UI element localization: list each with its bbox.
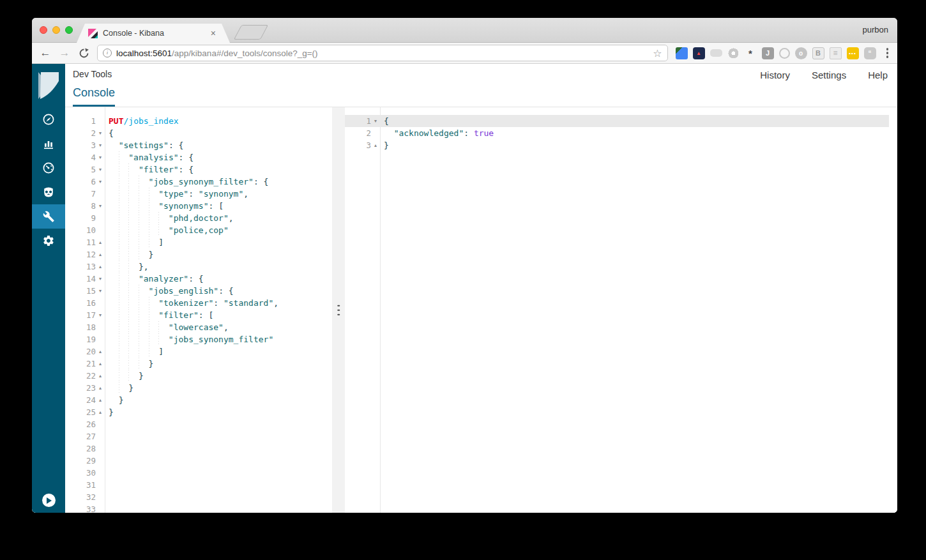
code-content[interactable]: [105, 418, 332, 430]
minimize-window-button[interactable]: [52, 26, 60, 34]
kibana-logo[interactable]: [32, 64, 65, 107]
code-content[interactable]: [105, 503, 332, 513]
code-content[interactable]: }: [105, 382, 332, 394]
sidebar-item-management[interactable]: [32, 229, 65, 253]
sidebar-item-visualize[interactable]: [32, 132, 65, 156]
code-content[interactable]: "police,cop": [105, 224, 332, 236]
fold-toggle-icon[interactable]: ▴: [96, 385, 105, 391]
code-content[interactable]: "lowercase",: [105, 321, 332, 333]
request-editor[interactable]: 1PUT /jobs_index2▾{3▾"settings": {4▾"ana…: [65, 107, 332, 513]
code-line[interactable]: 33: [65, 503, 332, 513]
code-content[interactable]: [105, 430, 332, 443]
code-line[interactable]: 16"tokenizer": "standard",: [65, 297, 332, 309]
fold-toggle-icon[interactable]: ▴: [96, 397, 105, 403]
close-window-button[interactable]: [40, 26, 47, 34]
header-link-settings[interactable]: Settings: [812, 70, 846, 80]
browser-tab[interactable]: Console - Kibana ×: [77, 24, 230, 43]
sidebar-collapse-button[interactable]: [42, 494, 56, 507]
code-content[interactable]: {: [105, 127, 332, 139]
reload-button[interactable]: [75, 45, 92, 61]
back-button[interactable]: ←: [37, 45, 54, 61]
fold-toggle-icon[interactable]: ▴: [371, 142, 380, 148]
code-line[interactable]: 15▾"jobs_english": {: [65, 285, 332, 297]
code-content[interactable]: "jobs_english": {: [105, 285, 332, 297]
code-content[interactable]: "phd,doctor",: [105, 212, 332, 224]
bug-extension-icon[interactable]: *: [745, 47, 757, 59]
code-line[interactable]: 1▾{: [345, 115, 889, 127]
resizer-grip-icon[interactable]: [337, 305, 340, 315]
code-content[interactable]: }: [105, 394, 332, 406]
donut-extension-icon[interactable]: [727, 47, 740, 59]
code-line[interactable]: 8▾"synonyms": [: [65, 200, 332, 212]
j-extension-icon[interactable]: J: [762, 47, 774, 59]
tab-close-icon[interactable]: ×: [211, 29, 216, 38]
sidebar-item-dev-tools[interactable]: [32, 204, 65, 229]
code-line[interactable]: 27: [65, 430, 332, 443]
code-content[interactable]: [105, 479, 332, 491]
code-content[interactable]: [105, 455, 332, 467]
code-content[interactable]: "jobs_synonym_filter": {: [105, 176, 332, 188]
fold-toggle-icon[interactable]: ▾: [96, 142, 105, 148]
code-line[interactable]: 2▾{: [65, 127, 332, 139]
ring-extension-icon[interactable]: [779, 48, 790, 59]
fold-toggle-icon[interactable]: ▴: [96, 349, 105, 354]
yellow-dots-extension-icon[interactable]: •••: [847, 47, 859, 59]
code-line[interactable]: 11▴]: [65, 236, 332, 248]
browser-menu-icon[interactable]: [884, 45, 892, 61]
code-content[interactable]: "filter": [: [105, 309, 332, 321]
code-content[interactable]: }: [105, 406, 332, 418]
page-info-icon[interactable]: i: [103, 49, 112, 57]
code-content[interactable]: "analyzer": {: [105, 273, 332, 285]
code-line[interactable]: 10"police,cop": [65, 224, 332, 236]
code-content[interactable]: ]: [105, 345, 332, 358]
color-picker-extension-icon[interactable]: [676, 47, 688, 59]
code-line[interactable]: 30: [65, 467, 332, 479]
code-line[interactable]: 21▴}: [65, 358, 332, 370]
code-line[interactable]: 1PUT /jobs_index: [65, 115, 332, 127]
speed-dial-extension-icon[interactable]: ▲: [693, 47, 705, 59]
code-content[interactable]: "acknowledged": true: [380, 127, 897, 139]
pane-resizer[interactable]: [332, 107, 345, 513]
fold-toggle-icon[interactable]: ▴: [96, 239, 105, 245]
sidebar-item-discover[interactable]: [32, 107, 65, 132]
code-line[interactable]: 6▾"jobs_synonym_filter": {: [65, 176, 332, 188]
chat-extension-icon[interactable]: “: [864, 47, 876, 59]
new-tab-button[interactable]: [234, 25, 268, 40]
code-content[interactable]: "tokenizer": "standard",: [105, 297, 332, 309]
code-line[interactable]: 28: [65, 443, 332, 455]
code-line[interactable]: 22▴}: [65, 370, 332, 382]
code-content[interactable]: }: [105, 358, 332, 370]
code-content[interactable]: "synonyms": [: [105, 200, 332, 212]
code-line[interactable]: 12▴}: [65, 248, 332, 261]
response-editor[interactable]: 1▾{2"acknowledged": true3▴}: [345, 107, 897, 513]
code-content[interactable]: [105, 467, 332, 479]
fold-toggle-icon[interactable]: ▴: [96, 373, 105, 379]
code-content[interactable]: PUT /jobs_index: [105, 115, 332, 127]
code-line[interactable]: 25▴}: [65, 406, 332, 418]
code-line[interactable]: 23▴}: [65, 382, 332, 394]
code-line[interactable]: 24▴}: [65, 394, 332, 406]
code-line[interactable]: 18"lowercase",: [65, 321, 332, 333]
code-content[interactable]: "type": "synonym",: [105, 188, 332, 200]
code-line[interactable]: 3▴}: [345, 139, 897, 151]
code-content[interactable]: "analysis": {: [105, 151, 332, 163]
bookmark-star-icon[interactable]: ☆: [653, 47, 662, 59]
code-line[interactable]: 9"phd,doctor",: [65, 212, 332, 224]
fold-toggle-icon[interactable]: ▾: [96, 179, 105, 185]
code-line[interactable]: 31: [65, 479, 332, 491]
code-content[interactable]: "filter": {: [105, 163, 332, 176]
sidebar-item-dashboard[interactable]: [32, 156, 65, 180]
pill-extension-icon[interactable]: [710, 49, 722, 57]
page-extension-icon[interactable]: ≡: [830, 47, 842, 59]
fold-toggle-icon[interactable]: ▾: [96, 155, 105, 160]
code-line[interactable]: 2"acknowledged": true: [345, 127, 897, 139]
code-line[interactable]: 26: [65, 418, 332, 430]
fold-toggle-icon[interactable]: ▾: [96, 167, 105, 172]
fold-toggle-icon[interactable]: ▴: [96, 361, 105, 367]
code-content[interactable]: {: [380, 115, 889, 127]
code-line[interactable]: 13▴},: [65, 261, 332, 273]
code-line[interactable]: 4▾"analysis": {: [65, 151, 332, 163]
zoom-window-button[interactable]: [65, 26, 73, 34]
fold-toggle-icon[interactable]: ▾: [96, 312, 105, 318]
sidebar-item-timelion[interactable]: [32, 180, 65, 204]
